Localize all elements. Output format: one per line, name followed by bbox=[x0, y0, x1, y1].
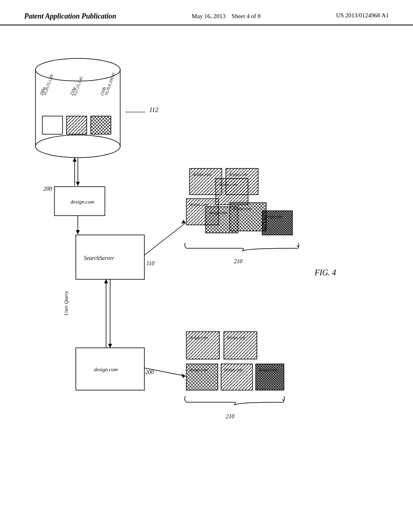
diagram: 112 200a 10,20,55,1,89 210a 0,27,55,1,45… bbox=[0, 25, 413, 517]
svg-marker-54 bbox=[104, 279, 108, 283]
page: Patent Application Publication May 16, 2… bbox=[0, 0, 413, 532]
svg-text:design.com: design.com bbox=[190, 335, 208, 340]
svg-rect-19 bbox=[67, 116, 87, 134]
svg-line-47 bbox=[144, 223, 186, 255]
svg-text:200: 200 bbox=[145, 369, 154, 375]
svg-text:design.com: design.com bbox=[227, 335, 245, 340]
publication-title: Patent Application Publication bbox=[24, 12, 116, 21]
sheet: Sheet 4 of 8 bbox=[232, 13, 261, 19]
svg-text:design.com: design.com bbox=[71, 199, 94, 205]
svg-text:User Query: User Query bbox=[63, 291, 69, 316]
diagram-svg: 112 200a 10,20,55,1,89 210a 0,27,55,1,45… bbox=[0, 25, 413, 517]
svg-marker-25 bbox=[76, 182, 80, 186]
svg-text:design.com: design.com bbox=[209, 210, 227, 215]
svg-text:112: 112 bbox=[149, 106, 159, 113]
svg-text:design.com: design.com bbox=[190, 368, 208, 372]
svg-text:design.com: design.com bbox=[265, 214, 283, 219]
svg-text:design.com: design.com bbox=[219, 182, 237, 187]
svg-point-9 bbox=[35, 135, 120, 158]
svg-marker-69 bbox=[181, 374, 186, 378]
svg-text:110: 110 bbox=[146, 260, 154, 266]
svg-text:design.com: design.com bbox=[259, 368, 277, 372]
svg-text:SearchServer: SearchServer bbox=[84, 255, 114, 261]
svg-text:200: 200 bbox=[44, 186, 52, 192]
header-center: May 16, 2013 Sheet 4 of 8 bbox=[192, 12, 261, 21]
svg-marker-32 bbox=[76, 230, 80, 234]
svg-marker-27 bbox=[73, 158, 77, 162]
svg-text:210: 210 bbox=[226, 414, 234, 420]
patent-number: US 2013/0124968 A1 bbox=[336, 12, 389, 19]
svg-text:design.com: design.com bbox=[224, 368, 242, 372]
svg-text:210: 210 bbox=[234, 258, 242, 264]
svg-rect-18 bbox=[42, 116, 63, 134]
svg-text:design.com: design.com bbox=[229, 172, 247, 177]
svg-rect-20 bbox=[91, 116, 111, 134]
header: Patent Application Publication May 16, 2… bbox=[0, 0, 413, 25]
svg-text:FIG. 4: FIG. 4 bbox=[314, 268, 336, 277]
svg-text:design.com: design.com bbox=[190, 202, 208, 207]
svg-text:design.com: design.com bbox=[94, 366, 118, 372]
svg-text:design.com: design.com bbox=[233, 206, 251, 211]
svg-text:design.com: design.com bbox=[193, 172, 211, 177]
date: May 16, 2013 bbox=[192, 13, 225, 19]
svg-marker-52 bbox=[108, 344, 112, 348]
